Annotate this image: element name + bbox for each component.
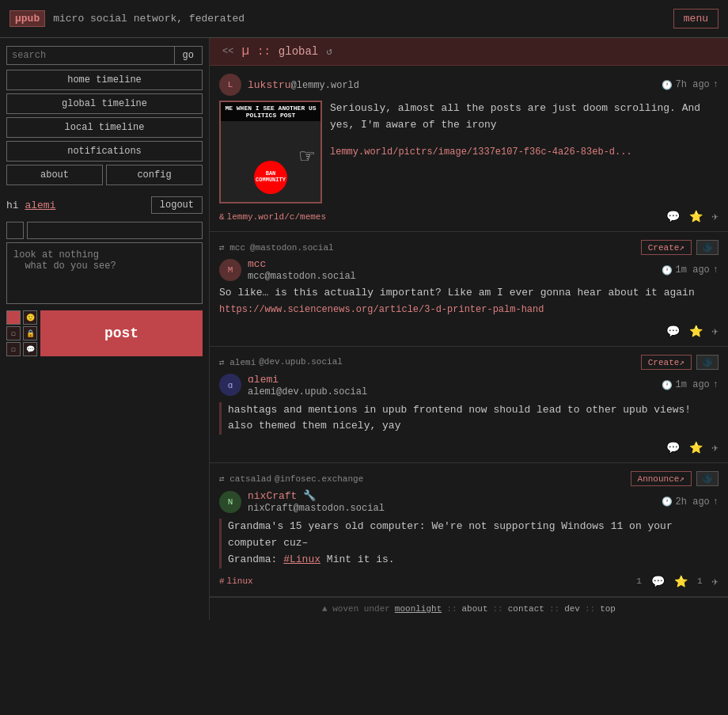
post-2-author-name[interactable]: mcc [248,258,266,270]
post-4-name-area: nixCraft 🔧 nixCraft@mastodon.social [248,489,385,514]
create-button-3[interactable]: Create↗ [641,355,692,370]
menu-button[interactable]: menu [673,9,719,29]
post-1: L lukstru@lemmy.world 🕐 7h ago ↑ ME WHEN… [210,66,728,232]
comment-icon-4[interactable]: 💬 [651,575,665,588]
share-icon-2[interactable]: ✈ [712,325,719,338]
header-tagline: micro social network, federated [53,13,245,25]
sidebar-item-notifications[interactable]: notifications [6,141,203,162]
post-bottom: 🙂 ☐ 🔒 ☐ 💬 post [6,310,203,356]
post-4-time-label: 2h ago [676,496,710,508]
post-button[interactable]: post [40,310,203,356]
star-icon-1[interactable]: ⭐ [689,210,703,223]
linux-hashtag[interactable]: #Linux [283,553,320,565]
post-4-footer: # linux 1 💬 ⭐ 1 ✈ [219,575,719,588]
footer-sep4: :: [585,604,595,614]
moon-button-2[interactable]: 🌑 [696,240,719,255]
post-3-full-handle: alemi@dev.upub.social [248,386,367,397]
sidebar-item-home-timeline[interactable]: home timeline [6,70,203,90]
post-1-tag-1[interactable]: & lemmy.world/c/memes [219,212,326,222]
go-button[interactable]: go [175,46,203,65]
footer-dev[interactable]: dev [564,604,580,614]
footer-woven: ▲ woven under [322,604,390,614]
icon-checkbox2[interactable]: ☐ [6,342,21,356]
announce-button-4[interactable]: Announce↗ [631,471,692,486]
post-4-full-handle: nixCraft@mastodon.social [248,503,385,514]
post-2-instance-small: @mastodon.social [250,243,334,253]
sidebar-item-global-timeline[interactable]: global timeline [6,93,203,114]
post-4: ⇄ catsalad @infosec.exchange Announce↗ 🌑… [210,463,728,596]
post-2-name-area: mcc mcc@mastodon.social [248,258,356,282]
logout-button[interactable]: logout [151,196,203,214]
header-left: µpub micro social network, federated [9,10,245,27]
sidebar-item-local-timeline[interactable]: local timeline [6,117,203,138]
star-icon-3[interactable]: ⭐ [689,441,703,454]
post-3-header: ⇄ alemi @dev.upub.social Create↗ 🌑 [219,355,719,370]
sidebar-item-about[interactable]: about [6,165,103,185]
username-link[interactable]: alemi [25,200,55,211]
comment-icon-2[interactable]: 💬 [666,325,680,338]
post-3-boost-indicator: ⇄ alemi [219,357,256,367]
post-1-image: ME WHEN I SEE ANOTHER US POLITICS POST B… [219,101,322,203]
comment-icon-1[interactable]: 💬 [666,210,680,223]
post-1-author: L lukstru@lemmy.world [219,74,359,96]
post-4-instance-badge: ⇄ catsalad @infosec.exchange [219,473,363,484]
post-1-author-name[interactable]: lukstru@lemmy.world [248,79,359,91]
footer-contact[interactable]: contact [508,604,544,614]
post-1-time: 🕐 7h ago ↑ [662,79,719,90]
toolbar-box-1 [6,222,24,239]
footer-top[interactable]: top [600,604,616,614]
clock-icon-1: 🕐 [662,80,673,90]
sidebar-item-config[interactable]: config [106,165,203,185]
feed-title: global [279,45,318,58]
icon-smiley[interactable]: 🙂 [23,310,37,325]
brand-logo[interactable]: µpub [9,10,45,27]
icon-lock[interactable]: 🔒 [23,326,37,340]
search-input[interactable] [6,46,175,65]
icon-checkbox[interactable]: ☐ [6,326,21,340]
moon-button-3[interactable]: 🌑 [696,355,719,370]
star-icon-4[interactable]: ⭐ [674,575,688,588]
post-1-body: ME WHEN I SEE ANOTHER US POLITICS POST B… [219,101,719,203]
back-arrow[interactable]: << [222,46,233,57]
post-3-footer: 💬 ⭐ ✈ [219,441,719,454]
post-toolbar-input[interactable] [27,222,203,239]
boost-indicator: ⇄ mcc [219,242,245,253]
icon-chat[interactable]: 💬 [23,342,37,356]
post-4-author-name[interactable]: nixCraft 🔧 [248,490,316,502]
post-3-text: hashtags and mentions in upub frontend n… [228,402,719,435]
share-icon-3[interactable]: ✈ [712,441,719,454]
create-button-2[interactable]: Create↗ [641,240,692,255]
post-4-tag-1[interactable]: # linux [219,576,253,586]
post-3-author-name[interactable]: ɑlemi [248,374,279,386]
post-4-author-block: N nixCraft 🔧 nixCraft@mastodon.social 🕐 … [219,489,719,514]
post-1-avatar: L [219,74,241,96]
post-2-footer: 💬 ⭐ ✈ [219,325,719,338]
icon-color[interactable] [6,310,21,325]
moon-button-4[interactable]: 🌑 [696,471,719,486]
post-3-arrow: ↑ [713,379,719,390]
post-3-time: 🕐 1m ago ↑ [662,379,719,390]
post-1-time-label: 7h ago [676,79,710,90]
post-2-name-line: mcc [248,258,356,270]
post-2-avatar: M [219,259,241,281]
star-icon-2[interactable]: ⭐ [689,325,703,338]
footer-moonlight[interactable]: moonlight [395,604,442,614]
post-2-text: So like… is this actually important? Lik… [219,285,719,318]
comment-icon-3[interactable]: 💬 [666,441,680,454]
post-1-image-inner: ME WHEN I SEE ANOTHER US POLITICS POST B… [221,102,320,202]
post-4-boost-indicator: ⇄ catsalad [219,473,271,484]
post-4-text-1: Grandma's 15 years old computer: We're n… [228,519,719,552]
share-icon-4[interactable]: ✈ [712,575,719,588]
icon-row-2: ☐ 🔒 [6,326,37,340]
post-1-link[interactable]: lemmy.world/pictrs/image/1337e107-f36c-4… [330,146,632,158]
clock-icon-2: 🕐 [662,265,673,276]
share-icon-1[interactable]: ✈ [712,210,719,223]
post-2-link[interactable]: https://www.sciencenews.org/article/3-d-… [219,304,544,315]
post-3-actions: 💬 ⭐ ✈ [666,441,719,454]
footer-about[interactable]: about [461,604,487,614]
refresh-icon[interactable]: ↺ [326,45,332,58]
icon-row-3: ☐ 💬 [6,342,37,356]
post-textarea[interactable]: look at nothing what do you see? [6,242,203,304]
post-4-header-actions: Announce↗ 🌑 [631,471,719,486]
header-sep1: :: [257,45,271,58]
